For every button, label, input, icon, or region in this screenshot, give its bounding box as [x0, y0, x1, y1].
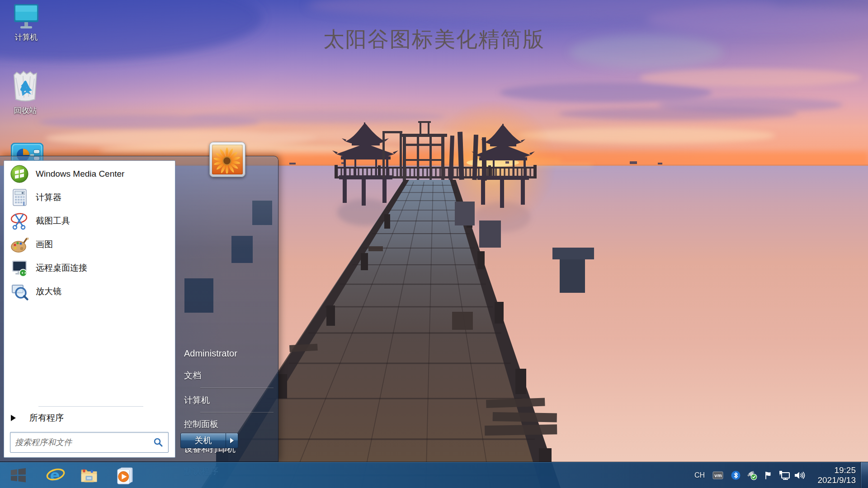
shutdown-control: 关机 [180, 433, 238, 448]
place-control-panel[interactable]: 控制面板 [184, 419, 218, 430]
start-button[interactable] [8, 465, 28, 485]
wallpaper-title: 太阳谷图标美化精简版 [0, 25, 868, 54]
places-divider [200, 412, 274, 413]
desktop-icon-label: 回收站 [2, 105, 49, 116]
menu-item-label: Windows Media Center [36, 169, 124, 179]
menu-item-snipping-tool[interactable]: 截图工具 [5, 209, 174, 233]
menu-item-label: 放大镜 [36, 286, 61, 297]
avatar-flower-image [212, 145, 243, 174]
menu-item-remote-desktop[interactable]: 远程桌面连接 [5, 256, 174, 280]
paint-palette-icon [10, 235, 29, 254]
user-avatar[interactable] [209, 142, 245, 177]
menu-item-calculator[interactable]: 计算器 [5, 186, 174, 209]
search-icon [153, 437, 163, 447]
menu-item-label: 画图 [36, 239, 53, 250]
menu-item-magnifier[interactable]: 放大镜 [5, 280, 174, 303]
search-box[interactable] [10, 432, 169, 453]
folder-icon [79, 465, 99, 486]
internet-explorer-icon: e [46, 465, 66, 486]
desktop-icon-label: 计算机 [3, 32, 50, 42]
taskbar-file-explorer[interactable] [79, 465, 99, 485]
svg-text:vm: vm [714, 473, 722, 478]
network-icon[interactable] [779, 470, 791, 480]
clock[interactable]: 19:25 2021/9/13 [809, 462, 856, 488]
menu-item-label: 计算器 [36, 192, 61, 203]
taskbar-internet-explorer[interactable]: e [46, 465, 66, 485]
clock-time: 19:25 [834, 465, 856, 475]
menu-item-label: 远程桌面连接 [36, 262, 87, 274]
all-programs-item[interactable]: 所有程序 [4, 408, 174, 427]
all-programs-label: 所有程序 [29, 412, 64, 424]
shutdown-options-arrow[interactable] [226, 433, 238, 448]
windows-media-player-icon [115, 465, 135, 486]
taskbar-windows-media-player[interactable] [115, 465, 135, 485]
computer-monitor-icon [11, 3, 41, 31]
volume-icon[interactable] [794, 470, 805, 480]
start-menu-places-panel: Administrator 文档 计算机 控制面板 设备和打印机 默认程序 运行… [176, 156, 278, 461]
bluetooth-icon[interactable] [731, 470, 741, 480]
right-arrow-icon [230, 438, 234, 443]
desktop-icon-recycle-bin[interactable]: 回收站 [2, 69, 49, 116]
taskbar: e [0, 462, 868, 488]
desktop-icon-computer[interactable]: 计算机 [3, 3, 50, 42]
place-computer[interactable]: 计算机 [184, 395, 210, 406]
menu-item-paint[interactable]: 画图 [5, 233, 174, 256]
all-programs-arrow-icon [11, 415, 16, 421]
user-name[interactable]: Administrator [184, 348, 237, 359]
usb-safely-remove-icon[interactable] [747, 470, 758, 480]
desktop: 太阳谷图标美化精简版 计算机 回收站 [0, 0, 868, 488]
menu-item-label: 截图工具 [36, 215, 70, 227]
shutdown-label: 关机 [195, 435, 212, 446]
magnifier-icon [10, 282, 29, 301]
start-menu-programs-panel: Windows Media Center 计算器 [4, 160, 175, 458]
search-input[interactable] [10, 438, 153, 447]
language-indicator[interactable]: CH [694, 471, 705, 479]
clock-date: 2021/9/13 [817, 475, 856, 485]
snipping-tool-icon [10, 211, 29, 230]
places-divider [200, 388, 274, 388]
windows-media-center-icon [10, 164, 29, 183]
calculator-icon [10, 188, 29, 207]
vmware-tools-icon[interactable]: vm [712, 471, 723, 479]
remote-desktop-icon [10, 258, 29, 277]
shutdown-button[interactable]: 关机 [180, 433, 226, 448]
menu-separator [38, 406, 143, 407]
windows-flag-icon [9, 466, 27, 484]
menu-item-windows-media-center[interactable]: Windows Media Center [5, 162, 174, 186]
recycle-bin-icon [9, 69, 41, 104]
action-center-flag-icon[interactable] [764, 470, 773, 480]
place-documents[interactable]: 文档 [184, 370, 201, 381]
start-menu: Windows Media Center 计算器 [0, 156, 278, 462]
show-desktop-button[interactable] [860, 462, 868, 488]
